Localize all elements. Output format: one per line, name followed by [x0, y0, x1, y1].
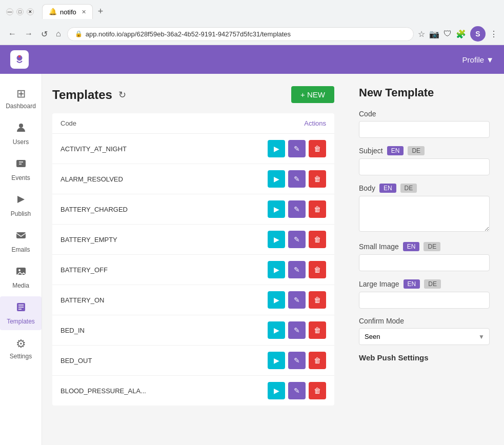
row-delete-button[interactable]: 🗑 — [309, 200, 326, 218]
row-edit-button[interactable]: ✎ — [288, 382, 306, 399]
small-image-lang-de-button[interactable]: DE — [424, 242, 440, 251]
body-lang-en-button[interactable]: EN — [379, 184, 396, 193]
sidebar-item-dashboard[interactable]: ⊞ Dashboard — [0, 82, 42, 115]
row-edit-button[interactable]: ✎ — [288, 261, 306, 278]
body-textarea[interactable] — [359, 196, 490, 232]
row-actions: ▶ ✎ 🗑 — [268, 261, 326, 278]
row-edit-button[interactable]: ✎ — [288, 321, 306, 339]
top-nav: Profile ▼ — [0, 45, 504, 74]
confirm-mode-field-group: Confirm Mode Seen Explicit None ▼ — [359, 317, 490, 345]
subject-lang-en-button[interactable]: EN — [387, 146, 404, 155]
maximize-button[interactable]: □ — [16, 8, 24, 15]
row-delete-button[interactable]: 🗑 — [309, 231, 326, 248]
panel-title: Templates — [52, 88, 112, 102]
small-image-input[interactable] — [359, 254, 490, 271]
row-arrow-button[interactable]: ▶ — [268, 200, 285, 218]
tab-close-button[interactable]: ✕ — [82, 9, 86, 15]
profile-arrow: ▼ — [486, 55, 494, 64]
small-image-label: Small Image EN DE — [359, 242, 490, 251]
large-image-lang-de-button[interactable]: DE — [424, 279, 441, 289]
row-arrow-button[interactable]: ▶ — [268, 261, 285, 278]
row-code: BATTERY_OFF — [61, 266, 108, 274]
subject-input[interactable] — [359, 158, 490, 175]
row-arrow-button[interactable]: ▶ — [268, 291, 285, 309]
small-image-field-group: Small Image EN DE — [359, 242, 490, 271]
nav-home-button[interactable]: ⌂ — [54, 28, 63, 39]
row-actions: ▶ ✎ 🗑 — [268, 170, 326, 188]
sidebar-item-templates[interactable]: Templates — [0, 296, 42, 330]
row-delete-button[interactable]: 🗑 — [309, 291, 326, 309]
row-arrow-button[interactable]: ▶ — [268, 140, 285, 157]
events-icon — [15, 158, 27, 172]
row-delete-button[interactable]: 🗑 — [309, 261, 326, 278]
large-image-field-group: Large Image EN DE — [359, 279, 490, 309]
row-edit-button[interactable]: ✎ — [288, 140, 306, 157]
row-arrow-button[interactable]: ▶ — [268, 352, 285, 369]
menu-button[interactable]: ⋮ — [490, 29, 498, 39]
subject-lang-de-button[interactable]: DE — [408, 146, 425, 155]
active-tab[interactable]: 🔔 notifo ✕ — [42, 4, 93, 19]
new-template-button[interactable]: + NEW — [291, 86, 334, 103]
row-delete-button[interactable]: 🗑 — [309, 321, 326, 339]
new-template-panel: New Template Code Subject EN DE — [345, 74, 504, 445]
sidebar-item-media[interactable]: Media — [0, 260, 42, 294]
app-container: ⊞ Dashboard Users Events Publish Email — [0, 74, 504, 445]
nav-back-button[interactable]: ← — [6, 28, 18, 39]
row-edit-button[interactable]: ✎ — [288, 352, 306, 369]
row-actions: ▶ ✎ 🗑 — [268, 231, 326, 248]
sidebar-item-settings[interactable]: ⚙ Settings — [0, 332, 42, 365]
sidebar-item-publish[interactable]: Publish — [0, 189, 42, 222]
row-arrow-button[interactable]: ▶ — [268, 321, 285, 339]
sidebar-item-users[interactable]: Users — [0, 117, 42, 151]
large-image-input[interactable] — [359, 292, 490, 309]
nav-reload-button[interactable]: ↺ — [39, 28, 50, 40]
web-push-settings-group: Web Push Settings — [359, 353, 490, 362]
table-row: ACTIVITY_AT_NIGHT ▶ ✎ 🗑 — [52, 134, 334, 164]
body-lang-de-button[interactable]: DE — [400, 184, 417, 193]
profile-label: Profile — [462, 55, 485, 64]
row-arrow-button[interactable]: ▶ — [268, 382, 285, 399]
row-code: BATTERY_CHARGED — [61, 206, 128, 213]
small-image-lang-en-button[interactable]: EN — [403, 242, 420, 251]
row-delete-button[interactable]: 🗑 — [309, 382, 326, 399]
logo-icon — [10, 50, 29, 69]
sidebar-item-emails[interactable]: Emails — [0, 225, 42, 258]
extensions-button[interactable]: 🧩 — [456, 29, 466, 39]
row-edit-button[interactable]: ✎ — [288, 200, 306, 218]
url-text: app.notifo.io/app/628f59eb-36a2-4b52-919… — [86, 30, 291, 38]
row-edit-button[interactable]: ✎ — [288, 170, 306, 188]
large-image-lang-en-button[interactable]: EN — [404, 279, 420, 289]
tab-title: notifo — [60, 8, 76, 16]
profile-button[interactable]: Profile ▼ — [462, 55, 494, 64]
new-tab-button[interactable]: + — [95, 4, 107, 19]
address-input[interactable]: 🔒 app.notifo.io/app/628f59eb-36a2-4b52-9… — [67, 27, 414, 41]
row-delete-button[interactable]: 🗑 — [309, 170, 326, 188]
code-label-text: Code — [359, 110, 376, 118]
table-row: BLOOD_PRESSURE_ALA... ▶ ✎ 🗑 — [52, 376, 334, 406]
shield-button[interactable]: 🛡 — [443, 29, 452, 38]
panel-header: Templates ↻ + NEW — [52, 86, 334, 103]
minimize-button[interactable]: — — [6, 8, 13, 15]
screenshot-button[interactable]: 📷 — [429, 29, 439, 39]
sidebar-item-events[interactable]: Events — [0, 153, 42, 187]
nav-forward-button[interactable]: → — [23, 28, 35, 39]
row-edit-button[interactable]: ✎ — [288, 231, 306, 248]
sidebar-label-emails: Emails — [11, 246, 30, 253]
star-button[interactable]: ☆ — [418, 29, 425, 39]
table-header: Code Actions — [52, 113, 334, 134]
table-row: BATTERY_OFF ▶ ✎ 🗑 — [52, 255, 334, 285]
refresh-button[interactable]: ↻ — [118, 89, 126, 100]
subject-label: Subject EN DE — [359, 146, 490, 155]
body-label: Body EN DE — [359, 184, 490, 193]
confirm-mode-select[interactable]: Seen Explicit None — [359, 328, 490, 345]
row-delete-button[interactable]: 🗑 — [309, 140, 326, 157]
browser-actions: ☆ 📷 🛡 🧩 S ⋮ — [418, 26, 498, 42]
main-content: Templates ↻ + NEW Code Actions ACTIVITY_… — [42, 74, 504, 445]
row-arrow-button[interactable]: ▶ — [268, 231, 285, 248]
row-arrow-button[interactable]: ▶ — [268, 170, 285, 188]
close-button[interactable]: ✕ — [27, 8, 34, 15]
row-edit-button[interactable]: ✎ — [288, 291, 306, 309]
row-delete-button[interactable]: 🗑 — [309, 352, 326, 369]
code-input[interactable] — [359, 121, 490, 138]
profile-avatar[interactable]: S — [470, 26, 486, 42]
